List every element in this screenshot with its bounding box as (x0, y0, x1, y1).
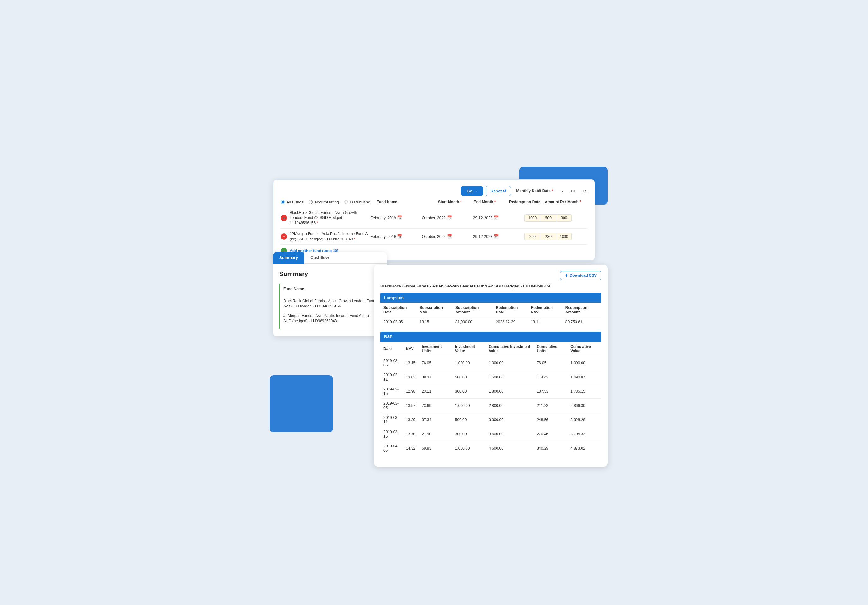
rsp-cell-5-1: 13.70 (403, 427, 418, 441)
summary-fund-item-2: JPMorgan Funds - Asia Pacific Income Fun… (283, 311, 376, 326)
calendar-icon-4: 📅 (397, 234, 402, 239)
rsp-cell-5-4: 3,600.00 (485, 427, 533, 441)
lumpsum-cell-0-0: 2019-02-05 (380, 317, 417, 327)
rsp-cell-3-4: 2,800.00 (485, 399, 533, 413)
lumpsum-table: Subscription Date Subscription NAV Subsc… (380, 302, 601, 327)
rsp-col-6: Cumulative Value (567, 341, 601, 356)
top-panel: Go → Reset ↺ Monthly Debit Date * 5 10 1… (273, 180, 595, 261)
lumpsum-cell-0-5: 80,753.61 (562, 317, 601, 327)
header-buttons: Go → Reset ↺ (461, 186, 511, 196)
end-month-1[interactable]: October, 2022 📅 (422, 216, 470, 220)
rsp-cell-3-0: 2019-03-05 (380, 399, 403, 413)
rsp-col-5: Cumulative Units (533, 341, 567, 356)
start-month-2[interactable]: February, 2019 📅 (370, 234, 420, 239)
tab-summary[interactable]: Summary (273, 252, 304, 264)
start-month-1[interactable]: February, 2019 📅 (370, 216, 420, 220)
radio-accumulating[interactable]: Accumulating (308, 200, 339, 205)
radio-all-funds[interactable]: All Funds (281, 200, 304, 205)
col-header-end: End Month * (474, 200, 507, 204)
amount-1-0[interactable]: 1000 (524, 214, 540, 222)
lumpsum-col-2: Subscription Amount (452, 302, 493, 317)
rsp-cell-0-3: 1,000.00 (452, 356, 485, 370)
calendar-icon-1: 📅 (397, 216, 402, 220)
tab-cashflow[interactable]: Cashflow (304, 252, 335, 264)
rsp-cell-4-4: 3,300.00 (485, 413, 533, 427)
detail-panel: ⬇ Download CSV BlackRock Global Funds - … (374, 265, 608, 467)
download-csv-button[interactable]: ⬇ Download CSV (560, 271, 601, 280)
calendar-icon-2: 📅 (447, 216, 452, 220)
rsp-cell-1-3: 500.00 (452, 370, 485, 384)
rsp-cell-0-5: 76.05 (533, 356, 567, 370)
rsp-cell-5-0: 2019-03-15 (380, 427, 403, 441)
rsp-cell-0-2: 76.05 (418, 356, 452, 370)
rsp-section: RSP Date NAV Investment Units Investment… (380, 332, 601, 455)
fund-type-radio-group: All Funds Accumulating Distributing (281, 200, 370, 205)
top-panel-header: Go → Reset ↺ Monthly Debit Date * 5 10 1… (281, 186, 587, 196)
debit-date-10[interactable]: 10 (570, 189, 575, 193)
amount-2-1[interactable]: 230 (540, 233, 556, 240)
rsp-cell-1-5: 114.42 (533, 370, 567, 384)
rsp-cell-6-6: 4,873.02 (567, 441, 601, 455)
rsp-row-2: 2019-02-1512.9823.11300.001,800.00137.53… (380, 384, 601, 399)
rsp-cell-1-4: 1,500.00 (485, 370, 533, 384)
summary-fund-section: Fund Name BlackRock Global Funds - Asian… (279, 283, 380, 330)
rsp-table: Date NAV Investment Units Investment Val… (380, 341, 601, 455)
rsp-cell-4-5: 248.56 (533, 413, 567, 427)
rsp-header: RSP (380, 332, 601, 341)
radio-distributing[interactable]: Distributing (344, 200, 370, 205)
fund-row-1: BlackRock Global Funds - Asian Growth Le… (281, 208, 587, 229)
remove-fund-1-button[interactable] (281, 215, 287, 221)
reset-button[interactable]: Reset ↺ (486, 186, 511, 196)
rsp-row-3: 2019-03-0513.5773.691,000.002,800.00211.… (380, 399, 601, 413)
rsp-cell-5-2: 21.90 (418, 427, 452, 441)
amount-1-1[interactable]: 500 (540, 214, 556, 222)
rsp-row-6: 2019-04-0514.3269.831,000.004,600.00340.… (380, 441, 601, 455)
rsp-cell-2-6: 1,785.15 (567, 384, 601, 399)
rsp-cell-0-0: 2019-02-05 (380, 356, 403, 370)
debit-section: Monthly Debit Date * 5 10 15 (516, 189, 587, 193)
lumpsum-cell-0-4: 13.11 (527, 317, 562, 327)
rsp-cell-1-2: 38.37 (418, 370, 452, 384)
rsp-cell-4-3: 500.00 (452, 413, 485, 427)
summary-title: Summary (279, 270, 380, 278)
debit-dates: 5 10 15 (561, 189, 587, 193)
rsp-tbody: 2019-02-0513.1576.051,000.001,000.0076.0… (380, 356, 601, 455)
amount-1-2[interactable]: 300 (556, 214, 572, 222)
rsp-cell-5-5: 270.46 (533, 427, 567, 441)
col-header-start: Start Month * (438, 200, 471, 204)
redemption-date-1[interactable]: 29-12-2023 📅 (473, 216, 522, 220)
rsp-cell-6-5: 340.29 (533, 441, 567, 455)
lumpsum-col-4: Redemption NAV (527, 302, 562, 317)
lumpsum-col-5: Redemption Amount (562, 302, 601, 317)
rsp-cell-3-2: 73.69 (418, 399, 452, 413)
remove-fund-2-button[interactable] (281, 233, 287, 240)
rsp-row-1: 2019-02-1113.0338.37500.001,500.00114.42… (380, 370, 601, 384)
debit-date-15[interactable]: 15 (583, 189, 587, 193)
lumpsum-row-0: 2019-02-05 13.15 81,000.00 2023-12-29 13… (380, 317, 601, 327)
lumpsum-cell-0-3: 2023-12-29 (493, 317, 528, 327)
rsp-cell-2-4: 1,800.00 (485, 384, 533, 399)
rsp-cell-5-6: 3,705.33 (567, 427, 601, 441)
go-button[interactable]: Go → (461, 186, 483, 195)
fund-name-2: JPMorgan Funds - Asia Pacific Income Fun… (290, 231, 368, 242)
rsp-row-4: 2019-03-1113.3937.34500.003,300.00248.56… (380, 413, 601, 427)
debit-date-5[interactable]: 5 (561, 189, 563, 193)
rsp-col-1: NAV (403, 341, 418, 356)
amount-cell-2: 200 230 1000 (524, 233, 587, 240)
amount-2-0[interactable]: 200 (524, 233, 540, 240)
rsp-col-2: Investment Units (418, 341, 452, 356)
rsp-cell-3-1: 13.57 (403, 399, 418, 413)
fund-type-row: All Funds Accumulating Distributing Fund… (281, 200, 587, 205)
rsp-cell-2-0: 2019-02-15 (380, 384, 403, 399)
amount-2-2[interactable]: 1000 (556, 233, 572, 240)
rsp-cell-4-6: 3,328.28 (567, 413, 601, 427)
rsp-row-0: 2019-02-0513.1576.051,000.001,000.0076.0… (380, 356, 601, 370)
rsp-col-3: Investment Value (452, 341, 485, 356)
redemption-date-2[interactable]: 29-12-2023 📅 (473, 234, 522, 239)
rsp-cell-0-1: 13.15 (403, 356, 418, 370)
end-month-2[interactable]: October, 2022 📅 (422, 234, 470, 239)
summary-content: Summary Fund Name BlackRock Global Funds… (273, 264, 387, 336)
rsp-cell-4-0: 2019-03-11 (380, 413, 403, 427)
rsp-header-row: Date NAV Investment Units Investment Val… (380, 341, 601, 356)
rsp-cell-6-0: 2019-04-05 (380, 441, 403, 455)
